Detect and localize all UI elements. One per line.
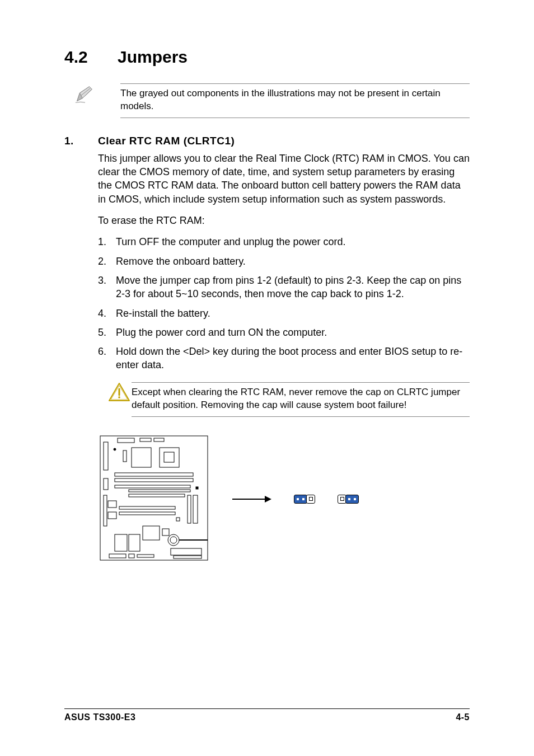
step-number: 2.	[98, 255, 116, 268]
step-number: 6.	[98, 345, 116, 372]
step-number: 5.	[98, 326, 116, 339]
steps-list: 1.Turn OFF the computer and unplug the p…	[98, 235, 470, 372]
svg-rect-27	[193, 495, 198, 523]
svg-rect-40	[174, 556, 202, 558]
warning-text: Except when clearing the RTC RAM, never …	[132, 382, 470, 417]
svg-rect-24	[119, 506, 175, 509]
svg-rect-9	[140, 438, 151, 442]
svg-rect-37	[129, 554, 134, 558]
section-title: Jumpers	[118, 48, 188, 66]
svg-rect-29	[176, 518, 180, 521]
svg-point-11	[114, 448, 116, 450]
svg-marker-43	[265, 496, 271, 503]
pencil-icon	[74, 83, 96, 105]
page: 4.2Jumpers The grayed out components in …	[0, 0, 534, 756]
list-item: 2.Remove the onboard battery.	[98, 255, 470, 268]
svg-rect-13	[132, 448, 151, 467]
step-text: Remove the onboard battery.	[116, 255, 470, 268]
footer-left: ASUS TS300-E3	[64, 712, 135, 722]
svg-rect-15	[164, 452, 174, 462]
info-note: The grayed out components in the illustr…	[64, 83, 470, 118]
section-number: 4.2	[64, 48, 118, 67]
jumper-positions	[294, 495, 359, 504]
intro-paragraph: This jumper allows you to clear the Real…	[98, 152, 470, 206]
svg-rect-35	[129, 534, 140, 551]
svg-rect-19	[129, 490, 190, 492]
svg-point-4	[118, 396, 120, 398]
warning-note: Except when clearing the RTC RAM, never …	[98, 382, 470, 417]
step-text: Hold down the <Del> key during the boot …	[116, 345, 470, 372]
svg-rect-6	[104, 442, 108, 470]
footer-right: 4-5	[456, 712, 470, 722]
svg-rect-38	[137, 555, 154, 557]
svg-rect-18	[115, 485, 190, 488]
svg-rect-5	[100, 436, 208, 560]
note-icon-column	[64, 83, 120, 118]
arrow-icon	[232, 494, 271, 505]
list-item: 3.Move the jumper cap from pins 1-2 (def…	[98, 274, 470, 301]
warning-icon-column	[98, 382, 132, 417]
svg-rect-12	[123, 450, 127, 462]
body-content: This jumper allows you to clear the Real…	[98, 152, 470, 372]
jumper-clear	[338, 495, 359, 504]
step-text: Move the jumper cap from pins 1-2 (defau…	[116, 274, 470, 301]
section-heading: 4.2Jumpers	[64, 48, 470, 67]
sub-heading: 1. Clear RTC RAM (CLRTC1)	[64, 135, 470, 147]
step-text: Plug the power cord and turn ON the comp…	[116, 326, 470, 339]
step-number: 4.	[98, 307, 116, 320]
svg-rect-30	[143, 526, 160, 540]
svg-rect-34	[115, 534, 127, 551]
list-item: 4.Re-install the battery.	[98, 307, 470, 320]
list-item: 5.Plug the power cord and turn ON the co…	[98, 326, 470, 339]
svg-rect-8	[118, 438, 134, 443]
svg-rect-16	[115, 473, 193, 476]
svg-rect-39	[171, 548, 202, 555]
svg-rect-28	[196, 487, 198, 489]
diagram-row	[98, 434, 470, 565]
svg-rect-10	[154, 438, 164, 442]
svg-rect-26	[188, 495, 191, 523]
svg-rect-31	[162, 529, 169, 536]
step-text: Turn OFF the computer and unplug the pow…	[116, 235, 470, 248]
svg-rect-17	[115, 478, 193, 482]
svg-rect-14	[160, 448, 179, 467]
svg-point-32	[168, 534, 179, 546]
step-text: Re-install the battery.	[116, 307, 470, 320]
svg-rect-7	[104, 478, 108, 490]
list-item: 1.Turn OFF the computer and unplug the p…	[98, 235, 470, 248]
jumper-default	[294, 495, 315, 504]
step-number: 1.	[98, 235, 116, 248]
sub-title: Clear RTC RAM (CLRTC1)	[98, 135, 235, 147]
step-number: 3.	[98, 274, 116, 301]
erase-intro: To erase the RTC RAM:	[98, 214, 470, 227]
motherboard-diagram	[98, 434, 210, 565]
svg-rect-36	[109, 554, 126, 558]
svg-rect-25	[119, 512, 175, 515]
svg-point-33	[170, 537, 177, 543]
svg-rect-20	[129, 494, 185, 497]
svg-rect-23	[108, 512, 116, 519]
svg-rect-21	[104, 495, 107, 526]
note-text: The grayed out components in the illustr…	[120, 83, 470, 118]
svg-rect-22	[108, 501, 116, 508]
list-item: 6.Hold down the <Del> key during the boo…	[98, 345, 470, 372]
sub-number: 1.	[64, 135, 98, 147]
warning-icon	[108, 382, 130, 402]
page-footer: ASUS TS300-E3 4-5	[64, 708, 470, 722]
